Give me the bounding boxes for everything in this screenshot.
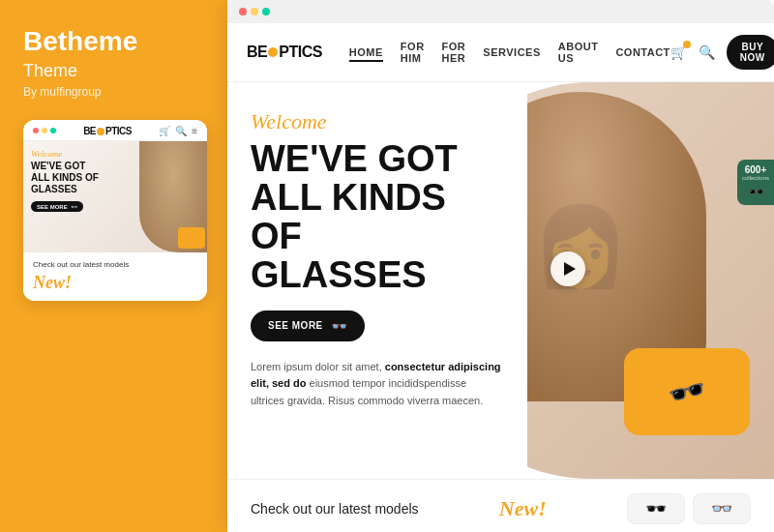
- hero-headline: WE'VE GOTALL KINDS OFGLASSES: [251, 140, 504, 295]
- browser-chrome: [227, 0, 774, 23]
- mobile-window-dots: [33, 128, 56, 133]
- mobile-logo-circle: [97, 128, 104, 135]
- browser-dot-yellow: [251, 8, 258, 15]
- mobile-dot-green: [50, 128, 56, 133]
- hero-left: Welcome WE'VE GOTALL KINDS OFGLASSES SEE…: [227, 82, 527, 479]
- mobile-welcome-script: Welcome: [31, 149, 99, 159]
- yellow-card: 🕶️: [624, 348, 750, 435]
- site-nav: BEPTICS HOME FOR HIM FOR HER SERVICES AB…: [227, 23, 774, 82]
- nav-link-home[interactable]: HOME: [349, 46, 383, 58]
- new-label: New!: [499, 496, 547, 521]
- mobile-menu-icon: ≡: [192, 126, 197, 136]
- nav-link-contact[interactable]: CONTACT: [615, 46, 670, 58]
- nav-link-for-her[interactable]: FOR HER: [442, 41, 466, 64]
- cart-badge: [683, 41, 691, 48]
- mobile-logo-area: BEPTICS: [83, 126, 132, 136]
- mobile-dot-yellow: [42, 128, 47, 133]
- mobile-glasses-icon: 👓: [71, 203, 77, 210]
- nav-link-about-us[interactable]: ABOUT US: [558, 41, 599, 64]
- hero-description: Lorem ipsum dolor sit amet, consectetur …: [251, 359, 502, 410]
- mobile-yellow-card: [178, 227, 205, 249]
- logo-circle: [268, 47, 278, 57]
- play-triangle-icon: [564, 262, 576, 276]
- mobile-hero: Welcome WE'VE GOTALL KINDS OFGLASSES SEE…: [23, 141, 207, 252]
- glasses-thumb-2[interactable]: 👓: [693, 493, 751, 524]
- hero-right: 👩 🕶️ 600+ collections 🕶️: [527, 82, 774, 479]
- welcome-script: Welcome: [251, 109, 504, 134]
- nav-link-services[interactable]: SERVICES: [483, 46, 540, 58]
- mobile-top-bar: BEPTICS 🛒 🔍 ≡: [23, 120, 207, 141]
- browser-dot-green: [262, 8, 270, 15]
- cart-button[interactable]: 🛒: [670, 44, 687, 60]
- badge-text: collections: [742, 175, 769, 181]
- mobile-hero-headline: WE'VE GOTALL KINDS OFGLASSES: [31, 161, 99, 195]
- check-models-text: Check out our latest models: [251, 501, 419, 517]
- green-badge: 600+ collections 🕶️: [737, 160, 774, 205]
- mobile-logo: BEPTICS: [83, 126, 132, 136]
- play-button[interactable]: [551, 251, 585, 286]
- mobile-new-label: New!: [33, 273, 197, 293]
- search-button[interactable]: 🔍: [699, 44, 715, 60]
- mobile-dot-red: [33, 128, 39, 133]
- mobile-mockup: BEPTICS 🛒 🔍 ≡ Welcome WE'VE GOTALL KINDS…: [23, 120, 207, 301]
- browser-window-dots: [239, 8, 270, 15]
- mobile-check-models-text: Check out our latest models: [33, 260, 197, 269]
- nav-links: HOME FOR HIM FOR HER SERVICES ABOUT US C…: [349, 41, 670, 64]
- see-more-button[interactable]: SEE MORE 👓: [251, 310, 365, 341]
- glasses-icon: 👓: [331, 318, 348, 334]
- browser-dot-red: [239, 8, 247, 15]
- bottom-section: Check out our latest models New! 🕶️ 👓: [227, 479, 774, 532]
- mobile-nav-icons: 🛒 🔍 ≡: [159, 126, 197, 136]
- brand-title: Betheme: [23, 27, 137, 57]
- right-panel: BEPTICS HOME FOR HIM FOR HER SERVICES AB…: [227, 0, 774, 532]
- mobile-search-icon: 🔍: [175, 126, 187, 136]
- site-logo: BEPTICS: [247, 44, 322, 61]
- buy-now-button[interactable]: BUY NOW: [727, 35, 774, 70]
- mobile-body: Check out our latest models New!: [23, 252, 207, 301]
- brand-by: By muffingroup: [23, 85, 102, 99]
- left-panel: Betheme Theme By muffingroup BEPTICS 🛒 🔍…: [0, 0, 227, 532]
- mobile-cart-icon: 🛒: [159, 126, 170, 136]
- brand-subtitle: Theme: [23, 61, 77, 81]
- hero-section: Welcome WE'VE GOTALL KINDS OFGLASSES SEE…: [227, 82, 774, 479]
- badge-icon: 🕶️: [748, 184, 764, 199]
- glasses-thumbnails: 🕶️ 👓: [627, 493, 751, 524]
- nav-link-for-him[interactable]: FOR HIM: [401, 41, 425, 64]
- badge-number: 600+: [745, 165, 767, 175]
- glasses-display-icon: 🕶️: [664, 369, 710, 414]
- nav-right: 🛒 🔍 BUY NOW: [670, 35, 774, 70]
- mobile-see-more-button[interactable]: SEE MORE 👓: [31, 201, 83, 212]
- mobile-hero-text: Welcome WE'VE GOTALL KINDS OFGLASSES SEE…: [31, 149, 99, 213]
- glasses-thumb-1[interactable]: 🕶️: [627, 493, 685, 524]
